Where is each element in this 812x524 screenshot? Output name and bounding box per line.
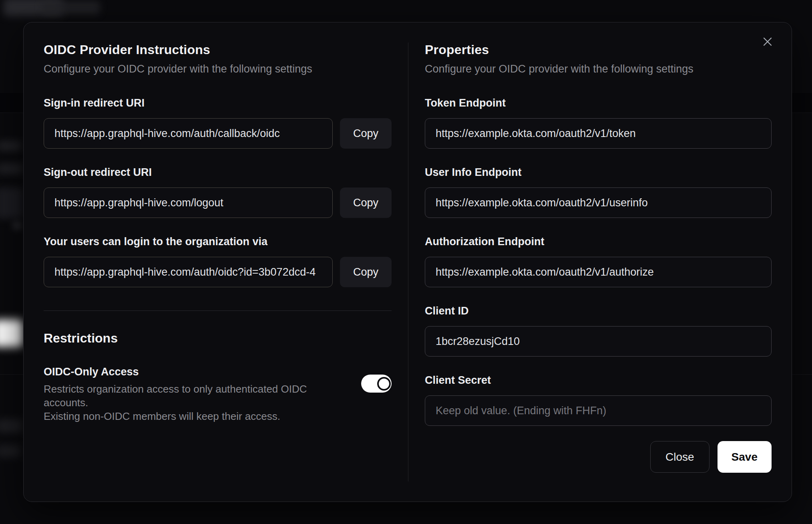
copy-org-login-url-button[interactable]: Copy bbox=[340, 257, 392, 287]
background-text-blur bbox=[0, 445, 21, 457]
copy-sign-in-uri-button[interactable]: Copy bbox=[340, 118, 392, 149]
client-secret-field: Client Secret bbox=[425, 374, 772, 426]
instructions-column: OIDC Provider Instructions Configure you… bbox=[44, 42, 392, 482]
instructions-title: OIDC Provider Instructions bbox=[44, 42, 392, 57]
authorization-endpoint-input[interactable] bbox=[425, 257, 772, 287]
org-login-url-label: Your users can login to the organization… bbox=[44, 236, 392, 248]
dialog-close-button[interactable] bbox=[759, 33, 776, 50]
token-endpoint-label: Token Endpoint bbox=[425, 97, 772, 109]
toggle-thumb bbox=[377, 377, 391, 391]
sign-out-redirect-input[interactable] bbox=[44, 187, 333, 218]
background-card-blur bbox=[0, 187, 23, 219]
instructions-subtitle: Configure your OIDC provider with the fo… bbox=[44, 63, 392, 75]
properties-title: Properties bbox=[425, 42, 772, 57]
client-secret-label: Client Secret bbox=[425, 374, 772, 387]
user-info-endpoint-field: User Info Endpoint bbox=[425, 166, 772, 218]
close-button[interactable]: Close bbox=[650, 441, 709, 473]
authorization-endpoint-label: Authorization Endpoint bbox=[425, 236, 772, 248]
sign-in-redirect-input[interactable] bbox=[44, 118, 333, 149]
oidc-settings-dialog: OIDC Provider Instructions Configure you… bbox=[23, 22, 792, 502]
user-info-endpoint-input[interactable] bbox=[425, 187, 772, 218]
background-logo-text-blur bbox=[42, 1, 100, 14]
sign-out-redirect-field: Sign-out redirect URI Copy bbox=[44, 166, 392, 218]
instructions-restrictions-divider bbox=[44, 310, 392, 311]
token-endpoint-field: Token Endpoint bbox=[425, 97, 772, 149]
client-id-input[interactable] bbox=[425, 326, 772, 357]
background-text-blur bbox=[0, 163, 23, 174]
oidc-only-access-label: OIDC-Only Access bbox=[44, 366, 332, 378]
org-login-url-input[interactable] bbox=[44, 257, 333, 287]
client-id-field: Client ID bbox=[425, 305, 772, 357]
restrictions-title: Restrictions bbox=[44, 331, 392, 346]
user-info-endpoint-label: User Info Endpoint bbox=[425, 166, 772, 179]
oidc-only-access-toggle[interactable] bbox=[361, 375, 392, 393]
background-text-blur bbox=[0, 141, 22, 151]
save-button[interactable]: Save bbox=[718, 441, 772, 473]
background-text-blur bbox=[0, 419, 23, 433]
oidc-only-access-row: OIDC-Only Access Restricts organization … bbox=[44, 366, 392, 423]
sign-out-redirect-label: Sign-out redirect URI bbox=[44, 166, 392, 179]
oidc-only-access-description: Restricts organization access to only au… bbox=[44, 382, 332, 423]
close-icon bbox=[762, 36, 773, 47]
client-secret-input[interactable] bbox=[425, 395, 772, 426]
background-icon-blur bbox=[12, 221, 22, 230]
properties-subtitle: Configure your OIDC provider with the fo… bbox=[425, 63, 772, 75]
sign-in-redirect-field: Sign-in redirect URI Copy bbox=[44, 97, 392, 149]
copy-sign-out-uri-button[interactable]: Copy bbox=[340, 187, 392, 218]
sign-in-redirect-label: Sign-in redirect URI bbox=[44, 97, 392, 109]
dialog-actions: Close Save bbox=[425, 441, 772, 473]
org-login-url-field: Your users can login to the organization… bbox=[44, 236, 392, 287]
columns-divider bbox=[408, 42, 408, 482]
token-endpoint-input[interactable] bbox=[425, 118, 772, 149]
authorization-endpoint-field: Authorization Endpoint bbox=[425, 236, 772, 287]
background-white-button-blur bbox=[0, 320, 23, 347]
client-id-label: Client ID bbox=[425, 305, 772, 317]
properties-column: Properties Configure your OIDC provider … bbox=[425, 42, 772, 482]
